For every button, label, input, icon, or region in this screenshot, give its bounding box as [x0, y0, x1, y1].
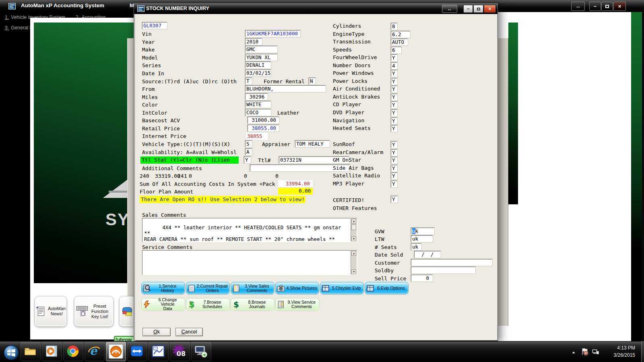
feature-value-field[interactable]: Y	[391, 141, 397, 148]
action-center-flag-icon[interactable]	[580, 347, 588, 358]
ltw-field[interactable]: uk	[411, 235, 433, 242]
feature-value-field[interactable]: Y	[391, 94, 397, 101]
network-status-icon[interactable]	[592, 348, 600, 357]
evip-table-icon	[366, 284, 374, 292]
action-button[interactable]: 9.View Service Comments	[275, 298, 319, 311]
restore-arrows-button[interactable]: ↔	[571, 2, 585, 11]
dialog-restore-arrows-button[interactable]: ↔	[442, 5, 457, 13]
dialog-close-button[interactable]: ×	[484, 5, 496, 13]
dialog-titlebar[interactable]: STOCK NUMBER INQUIRY ↔ − ×	[134, 4, 497, 14]
source-field[interactable]: T	[245, 78, 252, 84]
feature-value-field[interactable]: 8	[391, 23, 397, 30]
feature-value-field[interactable]: Y	[391, 54, 397, 61]
taskbar-item[interactable]: e	[85, 342, 105, 361]
taskbar-item[interactable]	[106, 342, 126, 361]
feature-value-field[interactable]: Y	[391, 149, 397, 156]
ttl-stat-field[interactable]: Y	[244, 156, 251, 163]
maximize-button[interactable]	[601, 2, 613, 11]
availability-field[interactable]: A	[245, 148, 252, 155]
scroll-down-icon[interactable]: ▼	[351, 237, 356, 241]
retail-price-field[interactable]: 38055.00	[248, 125, 279, 132]
action-button[interactable]: $ 8.Browse Journals	[231, 298, 275, 311]
service-comments-box[interactable]: ▲ ▼	[142, 250, 357, 275]
ok-button[interactable]: Ok	[142, 328, 171, 336]
customer-field[interactable]	[411, 259, 492, 266]
taskbar-item[interactable]	[127, 342, 147, 361]
taskbar-item[interactable]	[149, 342, 169, 361]
feature-value-field[interactable]: Y	[391, 86, 397, 93]
action-button[interactable]: 1.Service History	[141, 282, 185, 294]
appraiser-field[interactable]: TOM HEALY	[295, 140, 330, 147]
feature-value-field[interactable]: Y	[391, 125, 397, 132]
service-comments-scrollbar[interactable]: ▲ ▼	[351, 251, 357, 274]
feature-value-field[interactable]: 6.2	[391, 31, 410, 38]
feature-value-field[interactable]: Y	[391, 78, 397, 85]
scroll-up-icon[interactable]: ▲	[351, 251, 356, 256]
feature-value-field[interactable]: Y	[391, 70, 397, 77]
launcher-button[interactable]: AutoMan News!	[35, 296, 67, 327]
feature-value-field[interactable]: 4	[391, 62, 397, 69]
scroll-up-icon[interactable]: ▲	[351, 219, 356, 224]
action-button[interactable]: 3.View Sales Comments	[231, 282, 275, 294]
feature-value-field[interactable]: AUTO	[391, 39, 408, 45]
minimize-button[interactable]: −	[589, 2, 601, 11]
gvw-field[interactable]: uk	[411, 228, 434, 234]
from-field[interactable]: BLUHDORN,	[245, 85, 326, 92]
vin-field[interactable]: 1GKUKMEF7AR103000	[245, 30, 300, 37]
taskbar-item[interactable]	[63, 342, 83, 361]
launcher-button[interactable]: Preset Function Key List!	[74, 296, 114, 327]
cancel-button[interactable]: Cancel	[175, 328, 203, 336]
close-button[interactable]: ×	[613, 2, 626, 11]
action-button[interactable]: 6.Change Vehicle Data	[141, 298, 185, 311]
action-button[interactable]: 2.Current Repair Orders	[186, 282, 230, 294]
soldby-field[interactable]	[411, 267, 475, 274]
color-field[interactable]: WHITE	[245, 101, 271, 108]
sales-comments-scrollbar[interactable]: ▲ ▼	[351, 219, 357, 241]
action-button[interactable]: 5.Chrysler Evip	[320, 282, 364, 294]
former-rental-field[interactable]: N	[309, 78, 316, 84]
seats-field[interactable]: uk	[411, 243, 421, 250]
basecost-field[interactable]: 31000.00	[248, 117, 279, 123]
action-button[interactable]: 4.Show Pictures	[275, 282, 319, 294]
sales-comments-box[interactable]: 4X4 ** leather interior ** HEATED/COOLED…	[142, 218, 357, 242]
feature-value-field[interactable]: Y	[391, 117, 397, 124]
taskbar-clock[interactable]: 4:13 PM 3/26/2015	[599, 344, 635, 359]
feature-value-field[interactable]: Y	[391, 101, 397, 108]
date-in-field[interactable]: 03/02/15	[245, 70, 271, 76]
feature-value-field[interactable]: Y	[391, 109, 397, 116]
scroll-down-icon[interactable]: ▼	[351, 269, 356, 274]
series-field[interactable]: DENALI	[245, 62, 271, 68]
show-desktop-button[interactable]	[641, 341, 644, 362]
intcolor-field[interactable]: COCO	[245, 109, 271, 116]
action-button[interactable]: $+- 7.Browse Schedules	[186, 298, 230, 311]
tray-chevron-icon[interactable]	[571, 350, 576, 357]
feature-value-field[interactable]: Y	[391, 165, 397, 172]
intcolor-label: IntColor	[142, 110, 167, 116]
source-label: Source:(T)rd (A)uc (D)rc (O)th	[142, 78, 237, 85]
feature-value-field[interactable]: Y	[391, 173, 397, 179]
sell-price-field[interactable]: 0	[411, 275, 433, 282]
date-sold-field[interactable]: / /	[414, 251, 441, 258]
model-field[interactable]: YUKON XL	[245, 54, 277, 61]
miles-field[interactable]: 30296	[245, 93, 268, 100]
stock-number-field[interactable]: GL0307	[142, 22, 167, 29]
dialog-minimize-button[interactable]: −	[463, 5, 473, 13]
year-field[interactable]: 2010	[245, 38, 262, 45]
dialog-maximize-button[interactable]	[473, 5, 483, 13]
feature-value-field[interactable]: Y	[391, 157, 397, 164]
taskbar-item[interactable]: 08	[170, 342, 190, 361]
certified-field[interactable]: Y	[391, 196, 398, 203]
feature-row: Transmission AUTO	[333, 39, 425, 47]
taskbar-item[interactable]	[42, 342, 62, 361]
scrollbar-thumb[interactable]	[351, 224, 356, 230]
feature-value-field[interactable]: Y	[391, 181, 397, 187]
vehicle-type-field[interactable]: S	[245, 140, 252, 147]
action-button[interactable]: 6.Evip Options	[365, 282, 409, 294]
feature-label: Cylinders	[333, 23, 391, 29]
internet-price-field[interactable]: 38055	[246, 133, 268, 140]
feature-value-field[interactable]: 6	[391, 47, 401, 53]
make-field[interactable]: GMC	[245, 46, 277, 53]
taskbar-item[interactable]	[21, 342, 41, 361]
taskbar-item[interactable]	[1, 342, 19, 361]
taskbar-item[interactable]	[191, 342, 211, 361]
